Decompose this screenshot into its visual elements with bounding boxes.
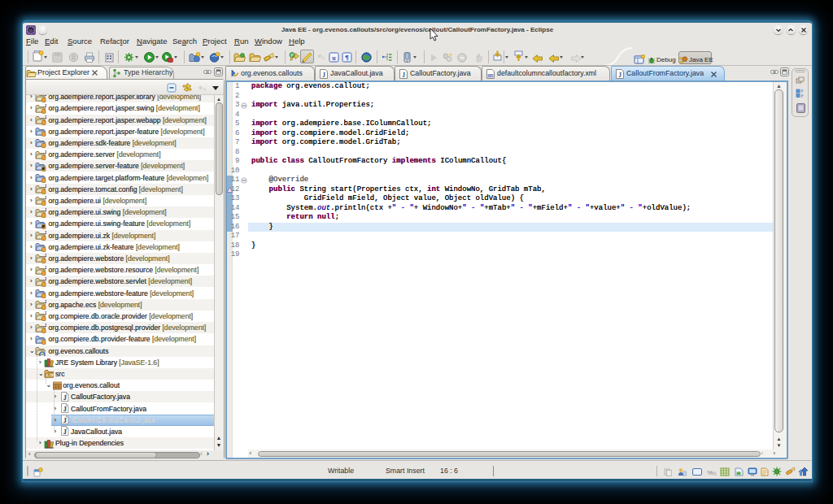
svg-text:J: J [44,311,46,315]
svg-text:%: % [711,470,717,476]
svg-text:J: J [44,195,46,200]
svg-text:J: J [618,71,621,78]
svg-text:J: J [44,299,46,304]
svg-text:J: J [44,115,46,119]
svg-text:J: J [44,230,46,235]
svg-text:J: J [44,207,46,212]
svg-text:J: J [44,323,46,328]
svg-text:u: u [332,54,336,62]
svg-text:J: J [44,253,46,258]
svg-text:J: J [44,276,46,281]
svg-text:J: J [322,71,325,78]
svg-text:J: J [63,393,66,401]
svg-text:¶: ¶ [345,54,349,62]
svg-text:J: J [44,103,46,108]
svg-text:J: J [63,417,66,424]
svg-text:J: J [63,428,66,436]
svg-text:J: J [402,71,405,78]
svg-text:J: J [63,406,66,413]
svg-text:J: J [44,265,46,270]
svg-text:P: P [290,53,294,58]
svg-text:J: J [44,95,46,97]
svg-text:J: J [44,184,46,189]
svg-text:J: J [44,150,46,154]
